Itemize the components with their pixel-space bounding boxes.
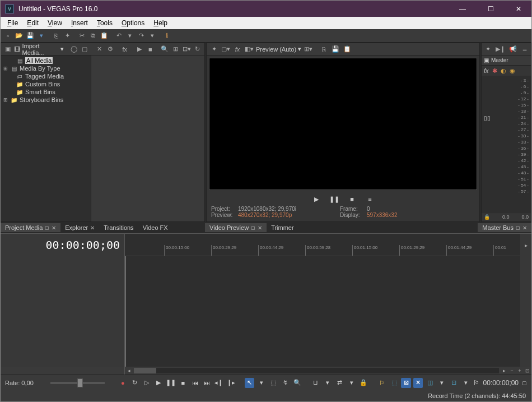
pm-search-icon[interactable]: 🔍 bbox=[160, 44, 169, 54]
rate-slider-thumb[interactable] bbox=[77, 378, 83, 387]
crossfade-button[interactable]: ⊠ bbox=[401, 378, 410, 388]
pv-play-button[interactable]: ▶ bbox=[311, 194, 321, 204]
pv-save2-icon[interactable]: 📋 bbox=[342, 44, 352, 54]
ignore-event-grouping-button[interactable]: ⊡ bbox=[449, 378, 459, 388]
menu-options[interactable]: Options bbox=[117, 18, 149, 28]
tab-trimmer[interactable]: Trimmer bbox=[267, 223, 298, 232]
close-icon[interactable]: ✕ bbox=[522, 225, 527, 231]
expand-icon[interactable]: ⊞ bbox=[3, 97, 8, 103]
pv-menu-button[interactable]: ≡ bbox=[365, 194, 375, 204]
properties-icon[interactable]: ✦ bbox=[62, 31, 72, 41]
pv-external-icon[interactable]: ▢▾ bbox=[221, 44, 231, 54]
pv-overlay-icon[interactable]: ⊞▾ bbox=[303, 44, 313, 54]
timeline-scrollbar[interactable] bbox=[134, 368, 499, 373]
redo-icon[interactable]: ↷ bbox=[136, 31, 146, 41]
scrollbar-thumb[interactable] bbox=[134, 368, 156, 373]
undock-icon[interactable]: ▢ bbox=[522, 380, 527, 386]
menu-insert[interactable]: Insert bbox=[67, 18, 92, 28]
close-icon[interactable]: ✕ bbox=[258, 225, 262, 231]
pm-refresh-icon[interactable]: ↻ bbox=[193, 44, 202, 54]
automation-button[interactable]: ⬚ bbox=[389, 378, 399, 388]
timeline-marker-icon[interactable]: ▸ bbox=[520, 234, 531, 256]
master-solo-icon[interactable]: ◉ bbox=[510, 67, 515, 75]
auto-ripple-button[interactable]: ⇄ bbox=[335, 378, 344, 388]
tree-storyboard-bins[interactable]: ⊞📁 Storyboard Bins bbox=[1, 96, 91, 104]
preview-quality-dropdown[interactable]: Preview (Auto) ▾ bbox=[256, 45, 301, 53]
save-dropdown-icon[interactable]: ▾ bbox=[36, 31, 46, 41]
import-media-dropdown[interactable]: 🎞 Import Media... ▾ bbox=[14, 43, 63, 56]
tree-tagged-media[interactable]: 🏷 Tagged Media bbox=[1, 72, 91, 80]
master-properties-icon[interactable]: ✦ bbox=[484, 44, 492, 54]
expand-icon[interactable]: ⊞ bbox=[3, 66, 8, 71]
snap-dropdown-icon[interactable]: ▾ bbox=[323, 378, 332, 388]
timeline-current-time[interactable]: 00:00:00;00 bbox=[46, 238, 120, 252]
pm-remove-icon[interactable]: ✕ bbox=[95, 44, 104, 54]
pv-save-icon[interactable]: 💾 bbox=[330, 44, 340, 54]
master-downmix-icon[interactable]: 📢 bbox=[508, 44, 517, 54]
play-start-button[interactable]: ▷ bbox=[142, 378, 151, 388]
master-mute-icon[interactable]: ◐ bbox=[501, 67, 506, 75]
minimize-button[interactable]: — bbox=[454, 5, 471, 13]
dropdown-icon[interactable]: ▾ bbox=[461, 378, 470, 388]
record-button[interactable]: ● bbox=[118, 378, 128, 388]
scroll-left-button[interactable]: ◂ bbox=[125, 367, 133, 375]
loop-button[interactable]: ↻ bbox=[130, 378, 139, 388]
zoom-tool-button[interactable]: ⊡ bbox=[524, 367, 531, 375]
dropdown-icon[interactable]: ▾ bbox=[437, 378, 446, 388]
dropdown-icon[interactable]: ▾ bbox=[256, 378, 266, 388]
undock-icon[interactable]: ▢ bbox=[516, 225, 520, 230]
tab-transitions[interactable]: Transitions bbox=[99, 223, 138, 232]
tab-master-bus[interactable]: Master Bus▢✕ bbox=[478, 223, 531, 232]
tree-custom-bins[interactable]: 📁 Custom Bins bbox=[1, 80, 91, 88]
pm-views-icon[interactable]: ⊡▾ bbox=[182, 44, 191, 54]
project-media-content[interactable] bbox=[91, 56, 204, 221]
close-icon[interactable]: ✕ bbox=[90, 225, 95, 231]
pm-get-photo-icon[interactable]: ▢ bbox=[80, 44, 89, 54]
tab-project-media[interactable]: Project Media▢✕ bbox=[1, 223, 60, 232]
quantize-button[interactable]: ◫ bbox=[425, 378, 435, 388]
video-preview-frame[interactable] bbox=[209, 58, 477, 190]
undo-icon[interactable]: ↶ bbox=[114, 31, 124, 41]
play-button[interactable]: ▶ bbox=[154, 378, 164, 388]
tab-video-preview[interactable]: Video Preview▢✕ bbox=[205, 223, 267, 232]
pv-stop-button[interactable]: ■ bbox=[347, 194, 357, 204]
next-frame-button[interactable]: ❙▸ bbox=[226, 378, 236, 388]
pm-stop-icon[interactable]: ■ bbox=[146, 44, 155, 54]
envelope-edit-button[interactable]: ↯ bbox=[281, 378, 290, 388]
tree-smart-bins[interactable]: 📁 Smart Bins bbox=[1, 88, 91, 96]
pv-split-icon[interactable]: ◧▾ bbox=[244, 44, 254, 54]
master-view-icon[interactable]: ▣ bbox=[484, 57, 489, 63]
master-automation-icon[interactable]: ✱ bbox=[492, 67, 497, 75]
render-icon[interactable]: ⎘ bbox=[51, 31, 61, 41]
auto-crossfade-button[interactable]: ✕ bbox=[413, 378, 423, 388]
prev-frame-button[interactable]: ◂❙ bbox=[214, 378, 223, 388]
tree-all-media[interactable]: ▤ All Media bbox=[1, 57, 91, 64]
undock-icon[interactable]: ▢ bbox=[45, 225, 49, 230]
menu-tools[interactable]: Tools bbox=[92, 18, 117, 28]
track-area[interactable] bbox=[125, 256, 520, 367]
lock-icon[interactable]: 🔒 bbox=[484, 214, 490, 221]
track-headers[interactable] bbox=[1, 256, 125, 367]
undock-icon[interactable]: ▢ bbox=[251, 225, 255, 230]
maximize-button[interactable]: ☐ bbox=[482, 5, 499, 13]
go-start-button[interactable]: ⏮ bbox=[190, 378, 199, 388]
transport-timecode[interactable]: 🏳 00:00:00;00 ▢ bbox=[473, 379, 527, 387]
scroll-right-button[interactable]: ▸ bbox=[500, 367, 508, 375]
save-icon[interactable]: 💾 bbox=[25, 31, 35, 41]
pv-pause-button[interactable]: ❚❚ bbox=[329, 194, 339, 204]
tree-media-by-type[interactable]: ⊞▤ Media By Type bbox=[1, 64, 91, 72]
menu-edit[interactable]: Edit bbox=[22, 18, 43, 28]
zoom-out-button[interactable]: − bbox=[508, 367, 516, 375]
zoom-edit-button[interactable]: 🔍 bbox=[292, 378, 302, 388]
paste-icon[interactable]: 📋 bbox=[99, 31, 109, 41]
master-prev-icon[interactable]: ▶❙ bbox=[496, 44, 505, 54]
master-dim-icon[interactable]: ⚌ bbox=[520, 44, 529, 54]
zoom-in-button[interactable]: + bbox=[516, 367, 524, 375]
copy-icon[interactable]: ⧉ bbox=[88, 31, 98, 41]
timeline-ruler[interactable]: 00:00:15:0000:00:29;2900:00:44;2900:00:5… bbox=[125, 234, 520, 256]
close-icon[interactable]: ✕ bbox=[52, 225, 56, 231]
cut-icon[interactable]: ✂ bbox=[77, 31, 87, 41]
menu-file[interactable]: File bbox=[3, 18, 22, 28]
open-icon[interactable]: 📂 bbox=[14, 31, 24, 41]
tab-explorer[interactable]: Explorer✕ bbox=[60, 223, 99, 232]
